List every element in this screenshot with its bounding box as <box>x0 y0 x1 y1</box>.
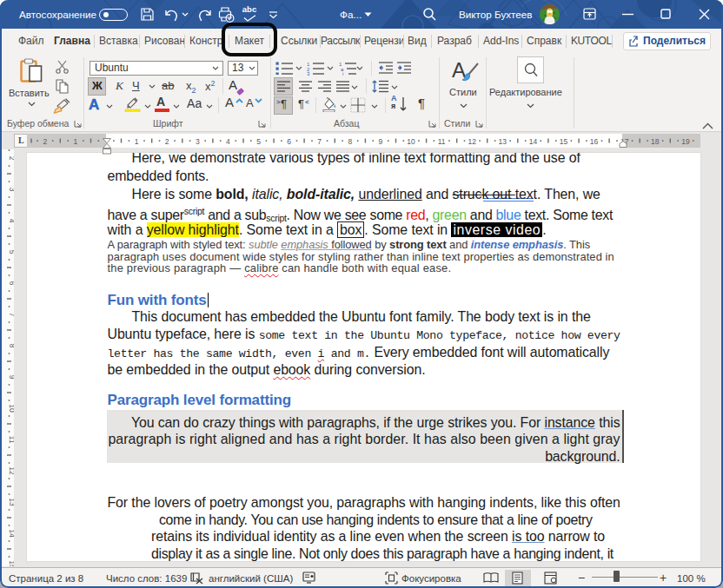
svg-text:3: 3 <box>8 188 14 192</box>
svg-text:i: i <box>342 71 343 76</box>
svg-text:1: 1 <box>135 137 139 146</box>
svg-text:4: 4 <box>226 137 230 146</box>
svg-text:11: 11 <box>8 436 14 444</box>
svg-text:11: 11 <box>438 137 446 146</box>
svg-text:2: 2 <box>8 156 14 161</box>
svg-text:13: 13 <box>499 137 507 146</box>
svg-text:14: 14 <box>529 137 538 146</box>
svg-text:9: 9 <box>8 375 14 380</box>
svg-text:6: 6 <box>8 281 14 286</box>
svg-text:13: 13 <box>8 498 14 506</box>
svg-text:8: 8 <box>8 344 14 348</box>
svg-text:8: 8 <box>348 137 352 146</box>
svg-text:3: 3 <box>307 71 310 76</box>
svg-text:12: 12 <box>8 466 14 475</box>
svg-text:15: 15 <box>560 137 568 146</box>
svg-text:5: 5 <box>8 250 14 254</box>
svg-text:4: 4 <box>8 219 14 223</box>
svg-text:12: 12 <box>468 137 476 146</box>
svg-text:2: 2 <box>165 137 169 146</box>
svg-text:6: 6 <box>287 137 291 146</box>
svg-text:7: 7 <box>317 137 322 146</box>
svg-text:2: 2 <box>43 137 47 146</box>
svg-text:19: 19 <box>681 137 690 146</box>
svg-text:7: 7 <box>8 313 14 317</box>
svg-text:15: 15 <box>8 560 14 566</box>
svg-text:10: 10 <box>407 137 415 146</box>
svg-text:1: 1 <box>74 137 78 146</box>
svg-text:10: 10 <box>8 404 14 413</box>
svg-text:18: 18 <box>651 137 660 146</box>
svg-text:14: 14 <box>8 529 14 538</box>
svg-text:3: 3 <box>196 137 200 146</box>
svg-text:16: 16 <box>590 137 599 146</box>
svg-text:9: 9 <box>379 137 383 146</box>
svg-text:5: 5 <box>256 137 261 146</box>
